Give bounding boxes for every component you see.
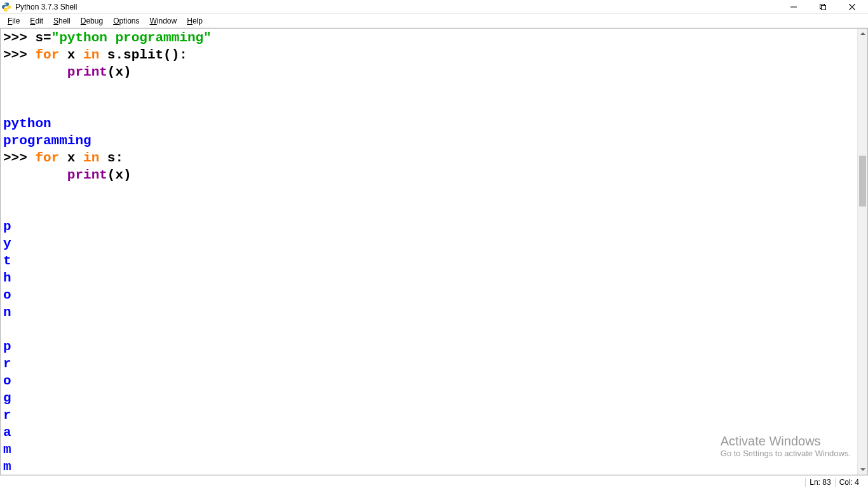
- menu-help[interactable]: Help: [182, 15, 208, 27]
- idle-window: Python 3.7.3 Shell File Edit Shell Debug…: [0, 0, 868, 488]
- shell-output-line: h: [3, 269, 855, 287]
- shell-output-line: r: [3, 355, 855, 372]
- shell-output-line: p: [3, 218, 855, 235]
- shell-output-line: m: [3, 458, 855, 475]
- shell-line: [3, 98, 855, 115]
- shell-line: [3, 184, 855, 201]
- menu-options-rest: ptions: [119, 17, 139, 25]
- editor-area: >>> s="python programming">>> for x in s…: [0, 28, 868, 475]
- menu-file[interactable]: File: [3, 15, 25, 27]
- menu-help-rest: elp: [193, 17, 203, 25]
- shell-output-line: g: [3, 390, 855, 407]
- menu-shell-rest: hell: [58, 17, 71, 25]
- menu-file-rest: ile: [12, 17, 20, 25]
- window-controls: [779, 0, 867, 14]
- menu-debug[interactable]: Debug: [76, 15, 108, 27]
- shell-output-line: programming: [3, 132, 855, 149]
- shell-output-line: p: [3, 338, 855, 355]
- shell-output-line: m: [3, 441, 855, 458]
- scroll-thumb[interactable]: [859, 156, 866, 207]
- shell-output-line: python: [3, 115, 855, 132]
- shell-line: [3, 81, 855, 98]
- shell-line: [3, 201, 855, 218]
- shell-output-line: o: [3, 287, 855, 304]
- shell-input-line: >>> s="python programming": [3, 29, 855, 46]
- shell-output-line: y: [3, 235, 855, 252]
- window-title: Python 3.7.3 Shell: [15, 3, 77, 11]
- menu-shell[interactable]: Shell: [48, 15, 76, 27]
- menu-edit[interactable]: Edit: [25, 15, 48, 27]
- shell-line: print(x): [3, 166, 855, 184]
- python-icon: [1, 2, 11, 12]
- scroll-up-button[interactable]: [858, 29, 868, 39]
- menu-window-rest: indow: [157, 17, 177, 25]
- scroll-down-button[interactable]: [858, 464, 868, 475]
- status-col: Col: 4: [835, 478, 863, 487]
- status-line: Ln: 83: [805, 478, 834, 487]
- shell-input-line: >>> for x in s:: [3, 149, 855, 166]
- shell-input-line: >>> for x in s.split():: [3, 46, 855, 64]
- shell-output-line: n: [3, 304, 855, 321]
- close-button[interactable]: [837, 0, 867, 14]
- maximize-button[interactable]: [808, 0, 837, 14]
- shell-output-line: o: [3, 372, 855, 390]
- menu-edit-rest: dit: [35, 17, 43, 25]
- menu-debug-rest: ebug: [86, 17, 103, 25]
- status-bar: Ln: 83 Col: 4: [0, 475, 868, 488]
- shell-line: print(x): [3, 64, 855, 81]
- minimize-button[interactable]: [779, 0, 808, 14]
- python-shell-text[interactable]: >>> s="python programming">>> for x in s…: [1, 29, 857, 475]
- svg-rect-1: [822, 5, 826, 10]
- shell-output-line: r: [3, 407, 855, 424]
- vertical-scrollbar[interactable]: [857, 29, 867, 475]
- menu-bar: File Edit Shell Debug Options Window Hel…: [0, 14, 868, 28]
- menu-options[interactable]: Options: [108, 15, 144, 27]
- shell-output-line: a: [3, 424, 855, 441]
- title-bar: Python 3.7.3 Shell: [0, 0, 868, 14]
- shell-output-line: t: [3, 252, 855, 269]
- menu-window[interactable]: Window: [145, 15, 182, 27]
- shell-output-line: [3, 321, 855, 338]
